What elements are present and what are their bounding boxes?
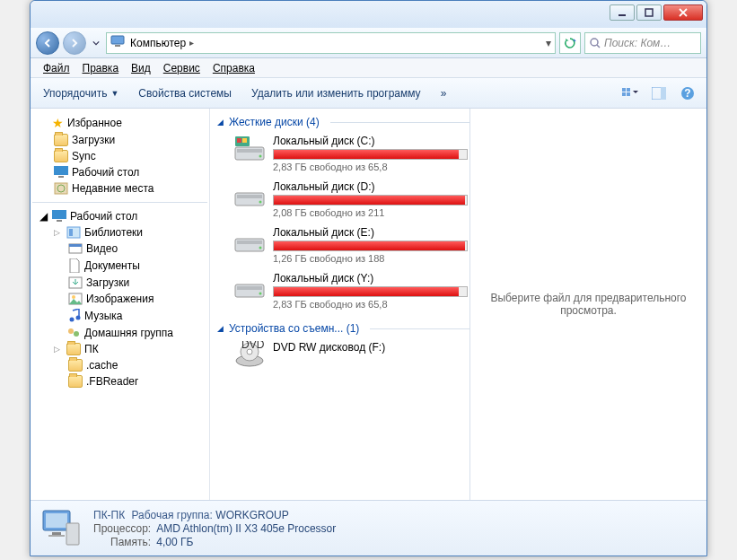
group-header-removable[interactable]: ◢ Устройства со съемн... (1) (217, 319, 469, 338)
group-header-hdd[interactable]: ◢ Жесткие диски (4) (217, 112, 469, 132)
svg-rect-2 (111, 36, 124, 44)
folder-icon (68, 359, 83, 372)
nav-libraries[interactable]: ▷Библиотеки (32, 224, 207, 241)
svg-rect-50 (46, 513, 67, 528)
dvd-icon: DVD (233, 341, 266, 370)
svg-rect-51 (52, 532, 61, 535)
maximize-button[interactable] (636, 4, 662, 21)
collapse-icon[interactable]: ◢ (39, 210, 48, 223)
search-icon (589, 37, 601, 49)
nav-item-desktop[interactable]: Рабочий стол (32, 164, 207, 180)
back-button[interactable] (36, 31, 59, 55)
drive-free-text: 2,83 ГБ свободно из 65,8 (273, 299, 468, 310)
drive-name: Локальный диск (C:) (273, 135, 468, 147)
svg-rect-52 (48, 535, 65, 537)
preview-pane-button[interactable] (649, 83, 669, 103)
breadcrumb-computer[interactable]: Компьютер ▸ (128, 36, 196, 50)
svg-point-29 (74, 331, 79, 337)
drive-free-text: 1,26 ГБ свободно из 188 (273, 253, 468, 264)
svg-rect-17 (52, 210, 66, 219)
details-memory: 4,00 ГБ (156, 536, 336, 548)
svg-rect-40 (237, 241, 262, 244)
hdd-icon (233, 135, 266, 163)
drive-usage-bar (273, 241, 468, 251)
menu-tools[interactable]: Сервис (158, 60, 206, 76)
nav-homegroup[interactable]: Домашняя группа (32, 325, 207, 341)
preview-pane: Выберите файл для предварительного просм… (470, 109, 706, 500)
drive-item[interactable]: Локальный диск (E:) 1,26 ГБ свободно из … (217, 223, 469, 269)
drive-name: Локальный диск (D:) (273, 180, 468, 193)
menu-view[interactable]: Вид (126, 60, 156, 76)
nav-pc-cache[interactable]: .cache (32, 357, 207, 373)
nav-pc-fbreader[interactable]: .FBReader (32, 373, 207, 389)
folder-icon (66, 343, 81, 355)
svg-rect-18 (57, 220, 62, 222)
nav-lib-pictures[interactable]: Изображения (32, 291, 207, 307)
view-mode-button[interactable] (620, 83, 640, 103)
titlebar (31, 1, 706, 28)
expand-icon[interactable]: ▷ (54, 345, 63, 354)
expand-icon[interactable]: ▷ (54, 228, 63, 237)
svg-point-4 (591, 39, 598, 46)
menu-edit[interactable]: Правка (77, 60, 125, 76)
forward-button[interactable] (63, 31, 86, 55)
minimize-button[interactable] (610, 4, 635, 21)
svg-rect-3 (115, 45, 120, 47)
refresh-button[interactable] (559, 32, 581, 54)
nav-item-downloads[interactable]: Загрузки (32, 132, 207, 148)
svg-point-44 (259, 293, 262, 295)
close-button[interactable] (663, 4, 703, 21)
help-button[interactable]: ? (678, 83, 698, 103)
drive-name: Локальный диск (Y:) (273, 272, 468, 284)
nav-lib-documents[interactable]: Документы (32, 257, 207, 275)
svg-rect-10 (661, 87, 666, 100)
uninstall-button[interactable]: Удалить или изменить программу (248, 84, 425, 102)
menu-file[interactable]: Файл (38, 60, 75, 76)
nav-item-recent[interactable]: Недавние места (32, 180, 207, 197)
svg-point-32 (259, 155, 262, 158)
drive-item-dvd[interactable]: DVD DVD RW дисковод (F:) (217, 338, 469, 375)
system-properties-button[interactable]: Свойства системы (135, 84, 235, 102)
svg-point-25 (72, 295, 75, 299)
toolbar: Упорядочить ▼ Свойства системы Удалить и… (31, 78, 706, 109)
group-hard-disks: ◢ Жесткие диски (4) Локальный диск (C:) … (217, 112, 469, 315)
hdd-icon (233, 180, 266, 209)
hdd-icon (233, 272, 266, 301)
menu-help[interactable]: Справка (207, 60, 260, 76)
drive-item[interactable]: Локальный диск (Y:) 2,83 ГБ свободно из … (217, 269, 469, 315)
drive-usage-bar (273, 195, 468, 206)
svg-point-27 (76, 316, 81, 320)
svg-rect-43 (237, 286, 262, 290)
nav-pc[interactable]: ▷ПК (32, 341, 207, 357)
svg-rect-1 (645, 9, 653, 16)
drive-usage-bar (273, 286, 468, 297)
drive-item[interactable]: Локальный диск (D:) 2,08 ГБ свободно из … (217, 178, 469, 223)
nav-history-button[interactable] (90, 31, 102, 55)
search-placeholder: Поиск: Ком… (604, 37, 671, 49)
video-icon (68, 242, 83, 255)
svg-point-41 (259, 247, 262, 249)
nav-item-sync[interactable]: Sync (32, 148, 207, 164)
organize-button[interactable]: Упорядочить ▼ (39, 84, 122, 102)
svg-rect-53 (66, 523, 79, 545)
drive-item[interactable]: Локальный диск (C:) 2,83 ГБ свободно из … (217, 132, 469, 178)
nav-favorites[interactable]: ★Избранное (32, 114, 207, 132)
folder-icon (54, 150, 68, 162)
svg-rect-31 (237, 149, 262, 153)
group-removable: ◢ Устройства со съемн... (1) DVD DVD RW … (217, 319, 469, 375)
svg-rect-20 (69, 229, 73, 236)
search-input[interactable]: Поиск: Ком… (584, 32, 701, 54)
svg-point-26 (70, 318, 75, 322)
details-workgroup: WORKGROUP (215, 509, 288, 521)
nav-lib-music[interactable]: Музыка (32, 307, 207, 325)
toolbar-overflow[interactable]: » (437, 84, 451, 102)
nav-desktop-group[interactable]: ◢Рабочий стол (32, 208, 207, 224)
drive-free-text: 2,83 ГБ свободно из 65,8 (273, 162, 468, 172)
svg-rect-0 (619, 14, 626, 16)
nav-lib-video[interactable]: Видео (32, 241, 207, 257)
collapse-icon: ◢ (217, 324, 224, 333)
address-field[interactable]: Компьютер ▸ ▾ (106, 32, 556, 54)
folder-icon (54, 134, 68, 146)
dropdown-icon[interactable]: ▾ (546, 37, 551, 49)
nav-lib-downloads[interactable]: Загрузки (32, 275, 207, 291)
